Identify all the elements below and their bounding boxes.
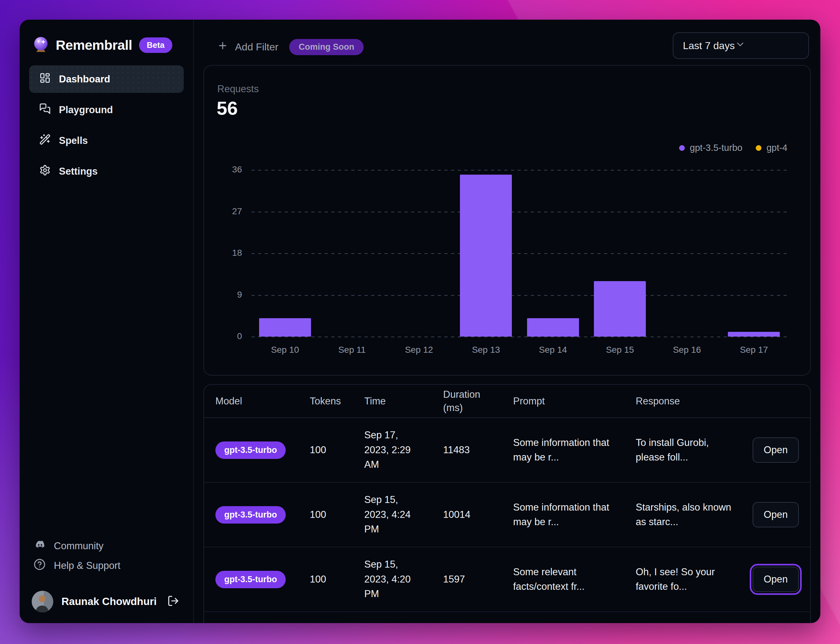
requests-table-card: ModelTokensTimeDuration (ms)PromptRespon… bbox=[203, 384, 811, 623]
app-logo: Remembrall Beta bbox=[29, 34, 184, 56]
tokens-cell: 100 bbox=[310, 572, 364, 587]
prompt-cell: Some relevant facts/context fr... bbox=[513, 565, 636, 594]
sidebar-footer-label: Help & Support bbox=[54, 560, 120, 572]
dashboard-grid-icon bbox=[39, 72, 51, 86]
table-row: gpt-3.5-turbo100Sep 15, 2023, 4:24 PM100… bbox=[204, 483, 810, 547]
tokens-cell: 100 bbox=[310, 508, 364, 522]
x-axis-label: Sep 15 bbox=[586, 345, 654, 355]
legend-item-gpt-4: gpt-4 bbox=[756, 143, 788, 153]
date-range-value: Last 7 days bbox=[683, 40, 735, 52]
avatar bbox=[32, 591, 53, 612]
gridline bbox=[252, 295, 788, 296]
time-cell: Sep 15, 2023, 4:24 PM bbox=[364, 493, 443, 537]
bar-gpt-3.5-turbo-sep-13 bbox=[460, 175, 512, 337]
model-cell: gpt-3.5-turbo bbox=[215, 506, 310, 524]
prompt-cell: Some information that may be r... bbox=[513, 500, 636, 530]
bar-gpt-3.5-turbo-sep-15 bbox=[594, 281, 646, 337]
y-axis-tick: 9 bbox=[198, 290, 242, 300]
legend-dot bbox=[756, 145, 761, 151]
response-cell: Oh, I see! So your favorite fo... bbox=[636, 565, 750, 594]
sidebar-item-playground[interactable]: Playground bbox=[29, 96, 184, 123]
add-filter-button[interactable]: Add Filter bbox=[217, 40, 278, 54]
column-header: Prompt bbox=[513, 394, 636, 408]
table-body: gpt-3.5-turbo100Sep 17, 2023, 2:29 AM114… bbox=[204, 418, 810, 612]
prompt-cell: Some information that may be r... bbox=[513, 435, 636, 465]
x-axis-label: Sep 14 bbox=[519, 345, 586, 355]
duration-cell: 10014 bbox=[443, 508, 513, 522]
time-cell: Sep 15, 2023, 4:20 PM bbox=[364, 557, 443, 601]
response-cell: To install Gurobi, please foll... bbox=[636, 435, 750, 465]
logout-icon[interactable] bbox=[167, 595, 179, 608]
y-axis-tick: 0 bbox=[198, 331, 242, 341]
column-header: Duration (ms) bbox=[443, 388, 513, 414]
date-range-select[interactable]: Last 7 days bbox=[673, 32, 809, 59]
plus-icon bbox=[217, 40, 228, 54]
sidebar-item-label: Settings bbox=[59, 166, 98, 177]
x-axis-label: Sep 12 bbox=[385, 345, 453, 355]
sidebar-footer-label: Community bbox=[54, 540, 103, 552]
requests-label: Requests bbox=[217, 83, 259, 95]
model-cell: gpt-3.5-turbo bbox=[215, 571, 310, 588]
beta-badge: Beta bbox=[139, 38, 172, 53]
gridline bbox=[252, 337, 788, 337]
bar-gpt-3.5-turbo-sep-14 bbox=[527, 318, 579, 337]
gridline bbox=[252, 170, 788, 171]
bar-gpt-3.5-turbo-sep-10 bbox=[259, 318, 311, 337]
main-content: Add Filter Coming Soon Last 7 days Reque… bbox=[194, 20, 820, 623]
add-filter-label: Add Filter bbox=[235, 41, 278, 53]
user-name: Raunak Chowdhuri bbox=[61, 596, 167, 608]
legend-label: gpt-3.5-turbo bbox=[690, 143, 742, 153]
table-row: gpt-3.5-turbo100Sep 17, 2023, 2:29 AM114… bbox=[204, 418, 810, 483]
chart-legend: gpt-3.5-turbogpt-4 bbox=[679, 143, 788, 153]
sidebar-item-community[interactable]: Community bbox=[29, 536, 184, 556]
user-profile[interactable]: Raunak Chowdhuri bbox=[29, 588, 184, 615]
help-circle-icon bbox=[34, 559, 46, 573]
page: { "app": { "name": "Remembrall", "badge"… bbox=[0, 0, 840, 644]
app-title: Remembrall bbox=[56, 38, 132, 53]
legend-label: gpt-4 bbox=[766, 143, 788, 153]
column-header: Response bbox=[636, 394, 750, 408]
y-axis-tick: 27 bbox=[198, 206, 242, 217]
sidebar-footer: Community Help & Support bbox=[29, 536, 184, 615]
sidebar-item-spells[interactable]: Spells bbox=[29, 127, 184, 154]
sidebar-item-dashboard[interactable]: Dashboard bbox=[29, 65, 184, 93]
x-axis-label: Sep 16 bbox=[653, 345, 720, 355]
gridline bbox=[252, 253, 788, 254]
chart-x-axis: Sep 10Sep 11Sep 12Sep 13Sep 14Sep 15Sep … bbox=[252, 345, 788, 358]
sidebar-nav: Dashboard Playground Spe bbox=[29, 65, 184, 185]
topbar: Add Filter Coming Soon bbox=[217, 34, 364, 60]
model-badge: gpt-3.5-turbo bbox=[215, 442, 286, 459]
y-axis-tick: 18 bbox=[198, 248, 242, 258]
column-header: Tokens bbox=[310, 394, 364, 408]
duration-cell: 11483 bbox=[443, 443, 513, 458]
table-row: gpt-3.5-turbo100Sep 15, 2023, 4:20 PM159… bbox=[204, 547, 810, 612]
table-header-row: ModelTokensTimeDuration (ms)PromptRespon… bbox=[204, 385, 810, 418]
column-header: Model bbox=[215, 394, 310, 408]
coming-soon-badge: Coming Soon bbox=[289, 39, 364, 55]
y-axis-tick: 36 bbox=[198, 164, 242, 175]
x-axis-label: Sep 17 bbox=[720, 345, 788, 355]
model-badge: gpt-3.5-turbo bbox=[215, 571, 286, 588]
sidebar-item-help-support[interactable]: Help & Support bbox=[29, 556, 184, 575]
sidebar-item-settings[interactable]: Settings bbox=[29, 158, 184, 185]
legend-dot bbox=[679, 145, 685, 151]
model-badge: gpt-3.5-turbo bbox=[215, 506, 286, 524]
chevron-down-icon bbox=[735, 39, 746, 52]
requests-chart-card: Requests 56 gpt-3.5-turbogpt-4 09182736 … bbox=[203, 65, 811, 376]
tokens-cell: 100 bbox=[310, 443, 364, 458]
x-axis-label: Sep 11 bbox=[319, 345, 386, 355]
x-axis-label: Sep 13 bbox=[453, 345, 520, 355]
magic-wand-icon bbox=[39, 134, 51, 148]
open-button[interactable]: Open bbox=[753, 567, 799, 592]
sidebar-item-label: Spells bbox=[59, 135, 88, 146]
app-window: Remembrall Beta Dashboard bbox=[20, 20, 820, 623]
requests-value: 56 bbox=[217, 97, 238, 119]
sidebar: Remembrall Beta Dashboard bbox=[20, 20, 194, 623]
gridline bbox=[252, 212, 788, 212]
open-button[interactable]: Open bbox=[753, 502, 799, 527]
sidebar-item-label: Playground bbox=[59, 104, 113, 116]
discord-icon bbox=[34, 539, 46, 554]
duration-cell: 1597 bbox=[443, 572, 513, 587]
bar-chart-plot: 09182736 bbox=[252, 170, 788, 337]
open-button[interactable]: Open bbox=[753, 437, 799, 463]
